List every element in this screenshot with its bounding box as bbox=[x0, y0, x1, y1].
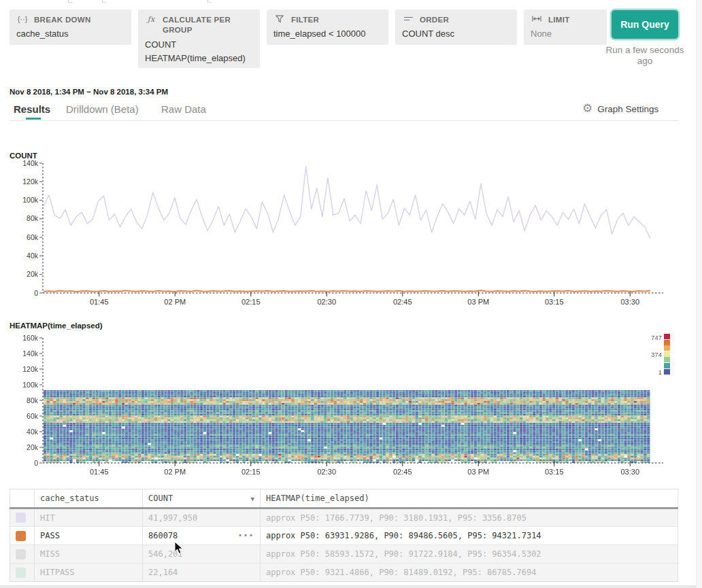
count-cell: 22,164 bbox=[143, 564, 261, 582]
count-value: 860078 bbox=[148, 531, 178, 540]
svg-text:140k: 140k bbox=[22, 349, 39, 358]
svg-text:0: 0 bbox=[34, 459, 38, 467]
series-color-swatch[interactable] bbox=[16, 513, 26, 523]
series-color-swatch[interactable] bbox=[16, 549, 26, 559]
legend-color-swatch bbox=[664, 345, 670, 351]
svg-text:60k: 60k bbox=[27, 412, 39, 420]
legend-color-swatch bbox=[664, 369, 670, 375]
cropped-bottom-element bbox=[0, 585, 702, 588]
swatch-cell bbox=[10, 508, 35, 527]
legend-value-label: 1 bbox=[650, 368, 662, 376]
swatch-cell bbox=[10, 564, 35, 582]
count-value: 22,164 bbox=[148, 568, 178, 577]
cache-status-cell: HIT bbox=[35, 508, 143, 527]
row-menu-kebab-icon[interactable]: ••• bbox=[238, 531, 254, 540]
svg-text:120k: 120k bbox=[22, 365, 39, 373]
count-cell: 41,997,950 bbox=[143, 508, 261, 527]
query-results-page: {··} BREAK DOWN cache_status ƒx CALCULAT… bbox=[0, 0, 702, 588]
heatmap-column-header[interactable]: HEATMAP(time_elapsed) bbox=[261, 489, 678, 508]
swatch-cell bbox=[10, 545, 35, 564]
heatmap-axes: 020k40k60k80k100k120k140k160k01:4502 PM0… bbox=[0, 0, 702, 489]
legend-color-swatch bbox=[664, 340, 670, 345]
svg-text:03:15: 03:15 bbox=[545, 468, 564, 476]
svg-text:03 PM: 03 PM bbox=[467, 468, 489, 476]
cache-status-cell: HITPASS bbox=[35, 564, 143, 582]
legend-color-swatch bbox=[664, 363, 670, 368]
heatmap-percentiles-cell: approx P50: 58593.1572, P90: 91722.9184,… bbox=[261, 545, 678, 564]
results-table: cache_status COUNT▼ HEATMAP(time_elapsed… bbox=[10, 489, 678, 582]
swatch-cell bbox=[10, 527, 35, 545]
count-value: 41,997,950 bbox=[148, 513, 197, 523]
table-row-miss[interactable]: MISS546,201approx P50: 58593.1572, P90: … bbox=[10, 545, 678, 564]
svg-text:100k: 100k bbox=[22, 381, 39, 389]
count-cell: 860078••• bbox=[143, 527, 261, 545]
count-column-label: COUNT bbox=[148, 494, 173, 503]
svg-text:02:45: 02:45 bbox=[393, 468, 412, 476]
svg-text:03:30: 03:30 bbox=[621, 468, 640, 476]
table-row-hitpass[interactable]: HITPASS22,164approx P50: 9321.4866, P90:… bbox=[10, 564, 678, 582]
svg-text:160k: 160k bbox=[22, 334, 39, 342]
series-color-swatch[interactable] bbox=[16, 568, 26, 578]
table-header-row: cache_status COUNT▼ HEATMAP(time_elapsed… bbox=[10, 489, 678, 508]
svg-text:02 PM: 02 PM bbox=[164, 468, 186, 476]
count-column-header[interactable]: COUNT▼ bbox=[143, 489, 261, 508]
swatch-column-header bbox=[10, 489, 35, 508]
sort-desc-icon[interactable]: ▼ bbox=[251, 496, 254, 502]
count-cell: 546,201 bbox=[143, 545, 261, 564]
page-right-gutter bbox=[696, 0, 702, 588]
table-row-hit[interactable]: HIT41,997,950approx P50: 1766.7739, P90:… bbox=[10, 508, 678, 527]
heatmap-percentiles-cell: approx P50: 9321.4866, P90: 81489.0192, … bbox=[261, 564, 678, 582]
cache-status-cell: MISS bbox=[35, 545, 143, 564]
svg-text:20k: 20k bbox=[27, 443, 39, 451]
mouse-cursor bbox=[174, 541, 184, 555]
legend-value-label: 374 bbox=[650, 351, 662, 358]
series-color-swatch[interactable] bbox=[16, 531, 26, 541]
cache-status-cell: PASS bbox=[35, 527, 143, 545]
legend-color-swatch bbox=[664, 334, 670, 339]
svg-text:02:15: 02:15 bbox=[241, 468, 261, 476]
heatmap-percentiles-cell: approx P50: 63931.9286, P90: 89486.5605,… bbox=[261, 527, 678, 545]
svg-text:80k: 80k bbox=[27, 396, 39, 404]
svg-text:40k: 40k bbox=[27, 428, 39, 436]
heatmap-percentiles-cell: approx P50: 1766.7739, P90: 3180.1931, P… bbox=[261, 508, 678, 527]
legend-value-label: 747 bbox=[650, 334, 662, 341]
cache-status-column-header[interactable]: cache_status bbox=[35, 489, 143, 508]
legend-color-swatch bbox=[664, 351, 670, 357]
svg-text:02:30: 02:30 bbox=[318, 468, 337, 476]
svg-text:01:45: 01:45 bbox=[90, 468, 109, 476]
legend-color-swatch bbox=[664, 357, 670, 362]
table-row-pass[interactable]: PASS860078•••approx P50: 63931.9286, P90… bbox=[10, 527, 678, 545]
